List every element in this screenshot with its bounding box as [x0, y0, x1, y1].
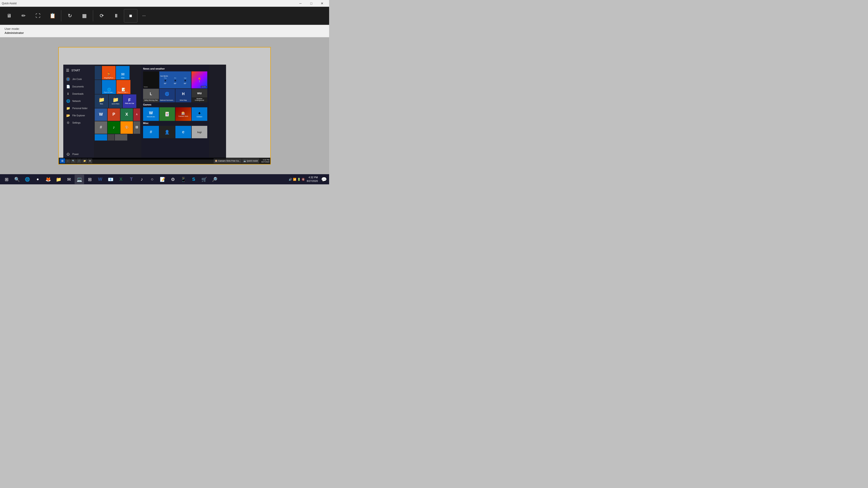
- taskbar-appstore-btn[interactable]: ⊞: [85, 175, 94, 184]
- phone-icon: 📱: [181, 177, 186, 182]
- taskbar-start-btn[interactable]: ⊞: [2, 175, 11, 184]
- sidebar-item-jim-cook[interactable]: 👤 Jim Cook: [63, 75, 94, 83]
- tile-calc[interactable]: #: [95, 121, 107, 134]
- tile-mail[interactable]: ✉ Mail: [116, 66, 129, 79]
- personal-folder-icon: 📁: [66, 106, 70, 110]
- start-sidebar: ☰ START 👤 Jim Cook 📄 Documents ⬇ Dow: [63, 65, 94, 160]
- tile-photos[interactable]: 🖼: [133, 121, 140, 134]
- close-button[interactable]: ✕: [317, 0, 327, 7]
- monitor-toolbar-btn[interactable]: 🖥: [2, 9, 16, 23]
- taskbar-teams-btn[interactable]: T: [127, 175, 136, 184]
- taskbar-lens-btn[interactable]: 🔎: [210, 175, 219, 184]
- taskbar-files-btn[interactable]: 📁: [54, 175, 63, 184]
- remote-icon-main: 💻: [76, 177, 82, 182]
- tile-groove[interactable]: ♪: [107, 121, 120, 134]
- taskbar-sticky-btn[interactable]: 📝: [158, 175, 167, 184]
- tile-misc-edge[interactable]: e: [176, 126, 191, 138]
- taskbar-clock[interactable]: 4:32 PM 8/27/2020: [307, 176, 320, 183]
- sync-toolbar-btn[interactable]: ⟳: [95, 9, 108, 23]
- taskbar-excel-btn[interactable]: X: [116, 175, 126, 184]
- edit-toolbar-btn[interactable]: ✏: [17, 9, 30, 23]
- hamburger-icon[interactable]: ☰: [66, 68, 69, 72]
- tray-icon-mute[interactable]: 🔇: [302, 178, 305, 181]
- taskbar-edge-btn[interactable]: 🌐: [23, 175, 32, 184]
- sidebar-item-documents[interactable]: 📄 Documents: [63, 83, 94, 90]
- tile-caesars[interactable]: 🎰 Caesars Slots: [176, 107, 191, 121]
- tile-freecell[interactable]: W freecell.doc: [143, 107, 159, 121]
- tiles-row-3: 📁 files 📁 word files F FNS Act Cal: [95, 94, 141, 108]
- sidebar-item-personal-folder[interactable]: 📁 Personal folder: [63, 105, 94, 112]
- taskbar-chrome-btn[interactable]: ●: [33, 175, 42, 184]
- remote-back-btn[interactable]: ←: [66, 158, 70, 163]
- taskbar-settings-btn[interactable]: ⚙: [168, 175, 178, 184]
- taskbar-firefox-btn[interactable]: 🦊: [43, 175, 53, 184]
- taskbar-cortana-btn[interactable]: ○: [147, 175, 157, 184]
- taskbar-search-btn[interactable]: 🔍: [12, 175, 22, 184]
- overview-toolbar-btn[interactable]: ▦: [78, 9, 91, 23]
- tray-icon-3[interactable]: 🔋: [297, 178, 301, 181]
- tile-valley-star[interactable]: L Valley Morning Star: [143, 89, 159, 102]
- tile-misc-2[interactable]: 👤: [159, 126, 175, 138]
- tile-mapmyrun[interactable]: 🏃 MapMyRun: [102, 66, 116, 79]
- remote-search-btn[interactable]: 🔍: [71, 158, 76, 163]
- remote-start-btn[interactable]: ⊞: [60, 158, 65, 163]
- sidebar-item-network[interactable]: 🌐 Network: [63, 97, 94, 105]
- tile-weather-underground[interactable]: wu Weather Underground: [192, 89, 208, 102]
- minimize-button[interactable]: ─: [295, 0, 306, 7]
- tile-solitaire[interactable]: ♠ Solitaire: [192, 107, 208, 121]
- maximize-button[interactable]: □: [306, 0, 316, 7]
- taskbar-outlook-btn[interactable]: 📧: [106, 175, 115, 184]
- pause-toolbar-btn[interactable]: ⏸: [110, 9, 123, 23]
- sidebar-item-file-explorer[interactable]: 📂 File Explorer: [63, 112, 94, 119]
- quick-assist-task-btn[interactable]: 💻 Quick Assist: [242, 158, 259, 163]
- taskbar-groove-btn[interactable]: ♪: [137, 175, 147, 184]
- tile-fun-sun-1[interactable]: 🌐 Fun N Sun...: [102, 80, 116, 94]
- tile-misc-1[interactable]: #: [143, 126, 159, 138]
- more-toolbar-btn[interactable]: ···: [138, 9, 150, 23]
- remote-date: 8/27/2020: [261, 161, 270, 163]
- remote-time: 4:32 PM: [261, 159, 270, 161]
- tile-paint3d[interactable]: 🎨: [121, 121, 133, 134]
- sidebar-label-file-explorer: File Explorer: [72, 114, 85, 117]
- taskbar-word-btn[interactable]: W: [95, 175, 105, 184]
- tile-hurricane[interactable]: 🌀 National Hurricane...: [159, 89, 175, 102]
- sidebar-item-settings[interactable]: ⚙ Settings: [63, 119, 94, 126]
- bottom-tile-2: [115, 134, 127, 140]
- taskbar-mail-btn[interactable]: ✉: [64, 175, 74, 184]
- tile-misc-logi[interactable]: logi: [192, 126, 208, 138]
- taskbar-remote-btn[interactable]: 💻: [74, 175, 84, 184]
- weather-main-tile[interactable]: San Benito Thu ☀ 99° Fri ☀: [159, 71, 191, 88]
- news-dark-tile[interactable]: News: [143, 71, 159, 88]
- taskbar-skype-btn[interactable]: S: [189, 175, 198, 184]
- taskbar-store-btn[interactable]: 🛒: [199, 175, 209, 184]
- stop-toolbar-btn[interactable]: ■: [124, 9, 137, 23]
- sidebar-item-power[interactable]: ⏻ Power: [63, 151, 94, 158]
- notification-btn[interactable]: 💬: [320, 175, 327, 184]
- tile-word[interactable]: W: [95, 108, 107, 121]
- remote-settings-btn[interactable]: ⚙: [88, 158, 92, 163]
- clipboard-toolbar-btn[interactable]: 📋: [46, 9, 59, 23]
- tray-icon-2[interactable]: 📶: [293, 178, 296, 181]
- refresh-toolbar-btn[interactable]: ↻: [63, 9, 76, 23]
- remote-files-btn[interactable]: 📁: [82, 158, 87, 163]
- tile-ppt[interactable]: P: [107, 108, 120, 121]
- resize-toolbar-btn[interactable]: ⛶: [31, 9, 45, 23]
- taskbar-phone-btn[interactable]: 📱: [179, 175, 188, 184]
- myradar-tile[interactable]: 📍 myradar: [191, 71, 207, 88]
- settings-icon: ⚙: [66, 121, 70, 125]
- news-label: News: [144, 86, 158, 88]
- tile-cards[interactable]: 🃏: [159, 107, 175, 121]
- freecell-icon: W: [149, 111, 153, 116]
- excel-icon: X: [125, 112, 128, 117]
- tile-word-files[interactable]: 📁 word files: [109, 94, 122, 108]
- tile-access[interactable]: A: [133, 108, 140, 121]
- tile-excel[interactable]: X: [121, 108, 133, 121]
- tray-icon-1[interactable]: 🔊: [289, 178, 292, 181]
- tile-fun-sun-2[interactable]: 📝 Fun N Sun I...: [116, 80, 130, 94]
- tile-fns-cal[interactable]: F FNS Act Cal: [123, 94, 136, 108]
- tile-files[interactable]: 📁 files: [95, 94, 108, 108]
- sidebar-item-downloads[interactable]: ⬇ Downloads: [63, 90, 94, 97]
- remote-taskview-btn[interactable]: 🎵: [76, 158, 82, 163]
- caesars-task-btn[interactable]: 🎰 Caesars Slots Free Ca...: [214, 158, 242, 163]
- tile-wind-map[interactable]: H Wind Map: [176, 89, 191, 102]
